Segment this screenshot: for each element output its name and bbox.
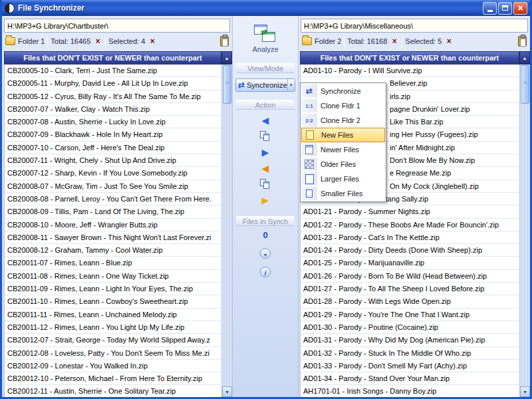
file-row[interactable]: CB20007-11 - Wright, Chely - Shut Up And…: [5, 154, 221, 167]
folder1-path-input[interactable]: [4, 19, 230, 33]
file-name-label: On My Cock (Jinglebell).zip: [390, 182, 479, 190]
file-row[interactable]: CB20011-10 - Rimes, Leann - Cowboy's Swe…: [5, 295, 221, 308]
down-arrow-circle-button[interactable]: [260, 248, 271, 259]
folder2-clear-total-button[interactable]: [390, 37, 399, 46]
action-arrow-left-blue-button[interactable]: [257, 114, 274, 127]
file-row[interactable]: CB20007-08 - Austin, Sherrie - Lucky In …: [5, 116, 221, 128]
folder2-clipboard-button[interactable]: [518, 36, 527, 47]
file-row[interactable]: CB20007-09 - Blackhawk - Hole In My Hear…: [5, 128, 221, 141]
menu-item-smaller-files[interactable]: Smaller Files: [301, 186, 385, 201]
file-row[interactable]: CB20005-12 - Cyrus, Billy Ray - It's All…: [5, 90, 221, 103]
menu-item-label: Older Files: [317, 160, 356, 168]
file-row[interactable]: AD01-25 - Parody - Marijuanaville.zip: [301, 257, 519, 269]
folder2-scrollbar-up-button[interactable]: [519, 51, 530, 65]
file-row[interactable]: CB20008-10 - Moore, Jeff - Wrangler Butt…: [5, 219, 221, 231]
file-row[interactable]: CB20008-11 - Sawyer Brown - This Night W…: [5, 231, 221, 244]
synchronize-dropdown[interactable]: Synchronize: [235, 78, 295, 92]
menu-item-clone-fldr-1[interactable]: Clone Fldr 1: [301, 98, 385, 113]
analyze-button[interactable]: Analyze: [237, 21, 294, 55]
menu-item-synchronize[interactable]: Synchronize: [301, 84, 385, 98]
folder1-scrollbar-thumb[interactable]: [223, 65, 231, 104]
action-copy-left-button[interactable]: [257, 130, 274, 143]
file-row[interactable]: AD01-21 - Parody - Summer Nights.zip: [301, 205, 519, 218]
folder2-scrollbar-thumb[interactable]: [521, 65, 529, 104]
folder2-scrollbar[interactable]: [519, 65, 530, 397]
file-row[interactable]: AD01-29 - Parody - You're The One That I…: [301, 309, 519, 321]
file-row[interactable]: CB20008-08 - Parnell, Leroy - You Can't …: [5, 193, 221, 205]
toolbar-separator: [47, 36, 48, 47]
minimize-button[interactable]: [483, 2, 497, 15]
folder1-button[interactable]: Folder 1: [18, 37, 45, 45]
menu-item-newer-files[interactable]: Newer Files: [301, 142, 385, 157]
file-row[interactable]: CB20011-08 - Rimes, Leann - One Way Tick…: [5, 270, 221, 283]
folder2-scrollbar-down-button[interactable]: [520, 386, 530, 397]
arrow-left-icon: [262, 116, 269, 125]
maximize-button[interactable]: [498, 2, 512, 15]
file-row[interactable]: CB20008-09 - Tillis, Pam - Land Of The L…: [5, 205, 221, 218]
file-row[interactable]: CB20011-09 - Rimes, Leann - Light In You…: [5, 283, 221, 295]
file-name-label: CB20007-07 - Walker, Clay - Watch This.z…: [7, 105, 150, 113]
menu-item-clone-fldr-2[interactable]: Clone Fldr 2: [301, 113, 385, 128]
chevron-down-icon: [287, 79, 295, 91]
menu-item-older-files[interactable]: Older Files: [301, 157, 385, 172]
file-row[interactable]: CB20007-12 - Sharp, Kevin - If You Love …: [5, 167, 221, 180]
action-arrow-left-orange-button[interactable]: [257, 162, 274, 175]
file-row[interactable]: CB20012-09 - Lonestar - You Walked In.zi…: [5, 360, 221, 372]
file-name-label: Believer.zip: [390, 79, 427, 87]
file-row[interactable]: AD01-28 - Parody - With Legs Wide Open.z…: [301, 295, 519, 308]
file-row[interactable]: AD01-27 - Parody - To All The Sheep I Lo…: [301, 283, 519, 295]
file-row[interactable]: AD01-23 - Parody - Cat's In The Kettle.z…: [301, 231, 519, 244]
file-row[interactable]: AD01-22 - Parody - These Boobs Are Made …: [301, 219, 519, 231]
folder2-button[interactable]: Folder 2: [315, 37, 341, 45]
file-row[interactable]: AD01-24 - Parody - Dirty Deeds (Done Wit…: [301, 244, 519, 257]
folder2-total-label: Total: 16168: [347, 37, 387, 45]
folder2-clear-selected-button[interactable]: [444, 37, 454, 46]
file-row[interactable]: AD01-30 - Parody - Poutine (Cocaine).zip: [301, 321, 519, 334]
file-row[interactable]: AD01-26 - Parody - Born To Be Wild (Head…: [301, 270, 519, 283]
file-row[interactable]: CB20011-11 - Rimes, Leann - Unchained Me…: [5, 309, 221, 321]
folder1-clipboard-button[interactable]: [220, 36, 229, 47]
file-row[interactable]: AH1701-01 - Irish Songs - Danny Boy.zip: [301, 385, 519, 397]
close-icon: [517, 2, 523, 14]
folder1-scrollbar-up-button[interactable]: [221, 51, 232, 65]
folder1-clear-selected-button[interactable]: [148, 37, 157, 46]
folder1-clear-total-button[interactable]: [93, 37, 102, 46]
file-row[interactable]: CB20012-08 - Loveless, Patty - You Don't…: [5, 347, 221, 360]
file-row[interactable]: CB20008-07 - McGraw, Tim - Just To See Y…: [5, 180, 221, 193]
file-row[interactable]: CB20007-07 - Walker, Clay - Watch This.z…: [5, 103, 221, 116]
file-row[interactable]: AD01-33 - Parody - Don't Smell My Fart (…: [301, 360, 519, 372]
file-row[interactable]: CB20005-11 - Murphy, David Lee - All Lit…: [5, 77, 221, 90]
file-row[interactable]: AD01-10 - Parody - I Will Survive.zip: [301, 65, 519, 77]
menu-item-larger-files[interactable]: Larger Files: [301, 172, 385, 186]
menu-item-label: Clone Fldr 2: [317, 116, 360, 124]
file-row[interactable]: CB20007-10 - Carson, Jeff - Here's The D…: [5, 142, 221, 154]
file-row[interactable]: CB20011-12 - Rimes, Leann - You Light Up…: [5, 321, 221, 334]
action-copy-right-button[interactable]: [257, 178, 274, 191]
file-row[interactable]: AD01-34 - Parody - Stand Over Your Man.z…: [301, 372, 519, 385]
file-row[interactable]: CB20011-07 - Rimes, Leann - Blue.zip: [5, 257, 221, 269]
folder2-scrollbar-track[interactable]: [520, 65, 530, 386]
file-name-label: CB20011-12 - Rimes, Leann - You Light Up…: [7, 323, 184, 331]
folder2-path-input[interactable]: [301, 19, 528, 33]
folder1-scrollbar-track[interactable]: [222, 65, 232, 386]
folder-icon: [5, 37, 15, 45]
file-row[interactable]: CB20008-12 - Graham, Tammy - Cool Water.…: [5, 244, 221, 257]
file-row[interactable]: CB20012-07 - Strait, George - Today My W…: [5, 334, 221, 346]
file-row[interactable]: AD01-31 - Parody - Why Did My Dog (Ameri…: [301, 334, 519, 346]
close-button[interactable]: [513, 2, 527, 15]
synchronize-dropdown-label: Synchronize: [247, 81, 287, 89]
action-arrow-right-gold-button[interactable]: [257, 194, 274, 207]
folder1-scrollbar-down-button[interactable]: [222, 386, 232, 397]
folder1-scrollbar[interactable]: [221, 65, 232, 397]
file-name-label: AD01-30 - Parody - Poutine (Cocaine).zip: [303, 323, 438, 331]
clone-folder2-icon: [301, 114, 317, 127]
file-row[interactable]: CB20005-10 - Clark, Terri - Just The Sam…: [5, 65, 221, 77]
file-row[interactable]: CB20012-11 - Austin, Sherrie - One Solit…: [5, 385, 221, 397]
file-row[interactable]: AD01-32 - Parody - Stuck In The Middle O…: [301, 347, 519, 360]
analyze-label: Analyze: [252, 45, 278, 53]
action-arrow-right-blue-button[interactable]: [257, 146, 274, 159]
info-button[interactable]: [260, 267, 271, 277]
menu-item-new-files[interactable]: New Files: [301, 128, 385, 142]
file-name-label: CB20007-12 - Sharp, Kevin - If You Love …: [7, 169, 188, 177]
file-row[interactable]: CB20012-10 - Peterson, Michael - From He…: [5, 372, 221, 385]
